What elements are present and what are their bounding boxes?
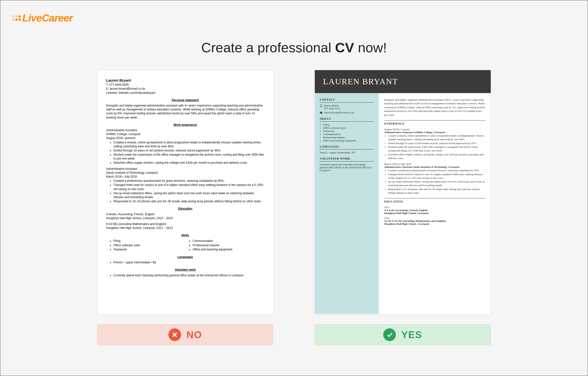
styled-edu1-y: 2015 xyxy=(384,206,485,209)
list-item: Created a preferences questionnaire for … xyxy=(113,179,264,183)
svg-rect-2 xyxy=(320,112,322,114)
styled-job2-dates: March 2016 to July 2018 xyxy=(384,162,485,165)
styled-name: LAUREN BRYANT xyxy=(315,70,491,93)
list-item: Created a preferences questionnaire for … xyxy=(388,169,485,172)
styled-edu2-y: 2013 xyxy=(384,216,485,219)
list-item: Responded to 15–20 phone calls and 20–30… xyxy=(388,187,485,195)
no-label: NO xyxy=(186,329,202,340)
list-item: Office software suite xyxy=(323,126,374,129)
list-item: Sorted through 10 years of old student r… xyxy=(388,141,485,145)
yes-button[interactable]: YES xyxy=(315,324,491,345)
x-icon xyxy=(168,328,181,341)
check-icon xyxy=(383,328,396,341)
yes-label: YES xyxy=(401,329,422,340)
styled-job1-title: Administrative Assistant Griffiths Colle… xyxy=(384,131,445,134)
styled-sec-skills: SKILLS xyxy=(320,117,374,122)
styled-edu1-b: Houghton Hall High School, Liverpool xyxy=(384,212,428,215)
plain-job2-dates: March 2016—July 2018 xyxy=(106,175,264,179)
column-yes: LAUREN BRYANT CONTACT Home/Mobile 077 44… xyxy=(315,70,491,345)
logo-dots-icon xyxy=(12,15,21,21)
styled-sidebar: CONTACT Home/Mobile 077 4444 5555 lauren… xyxy=(315,93,379,314)
logo: LiveCareer xyxy=(12,12,73,24)
plain-linkedin: LinkedIn: linkedin.com/in/laurenbryant xyxy=(106,91,264,95)
heading-post: now! xyxy=(354,40,387,55)
list-item: Communication xyxy=(193,239,264,243)
logo-text: LiveCareer xyxy=(22,12,73,24)
plain-edu1-b: Houghton Hall High School, Liverpool, 20… xyxy=(106,216,264,220)
plain-job1-bullets: Created a shared, online spreadsheet to … xyxy=(113,140,264,165)
styled-email: lauren.bryant@lcmail.co.uk xyxy=(324,111,354,114)
plain-sec-personal: Personal statement xyxy=(106,98,264,102)
email-icon xyxy=(320,111,323,114)
plain-skills-cols: FilingOffice software suiteTeamwork Comm… xyxy=(106,239,264,252)
styled-job2-title: Administrative Assistant Sands Institute… xyxy=(384,165,459,168)
plain-job2-org: Sands Institute of Technology, Liverpool xyxy=(106,171,264,175)
plain-sec-work: Work experience xyxy=(106,123,264,127)
plain-edu2-b: Houghton Hall High School, Liverpool, 20… xyxy=(106,226,264,230)
list-item: Switched office supply vendors, saving t… xyxy=(113,161,264,165)
plain-lang: French – upper intermediate / B2 xyxy=(113,260,264,264)
heading-pre: Create a professional xyxy=(201,40,335,55)
styled-phone-label: Home/Mobile xyxy=(324,104,340,107)
styled-vol: Currently spend each Saturday performing… xyxy=(320,163,374,172)
list-item: Professional manner xyxy=(323,136,374,139)
plain-job2-title: Administrative Assistant xyxy=(106,167,264,171)
list-item: Teamwork xyxy=(113,247,185,251)
plain-vol: Currently spend each Saturday performing… xyxy=(113,273,264,277)
divider xyxy=(384,120,485,120)
plain-personal: Energetic and highly organised administr… xyxy=(106,104,264,119)
styled-job1-dates: August 2018 to Current xyxy=(384,128,485,131)
styled-body: CONTACT Home/Mobile 077 4444 5555 lauren… xyxy=(315,93,491,314)
list-item: Filing xyxy=(113,239,185,243)
plain-job2-bullets: Created a preferences questionnaire for … xyxy=(113,179,264,203)
list-item: Set up email redirection filters, saving… xyxy=(113,191,264,199)
plain-lang-list: French – upper intermediate / B2 xyxy=(113,260,264,264)
no-button[interactable]: NO xyxy=(97,324,273,345)
page-frame: LiveCareer Create a professional CV now!… xyxy=(0,0,588,376)
page-heading: Create a professional CV now! xyxy=(15,40,573,55)
plain-skills-left: FilingOffice software suiteTeamwork xyxy=(113,239,185,252)
list-item: Responded to 15–20 phone calls and 20–30… xyxy=(113,199,264,203)
list-item: Communication xyxy=(323,133,374,136)
styled-edu2-a: GCSE 8 GCSEs (including Mathematics and … xyxy=(384,219,446,222)
list-item: Teamwork xyxy=(323,129,374,132)
plain-email: E: lauren.bryant@lcmail.co.uk xyxy=(106,87,264,91)
plain-job1-org: Griffiths College, Liverpool xyxy=(106,132,264,136)
list-item: Office and teaching equipment xyxy=(193,247,264,251)
styled-sec-exp: EXPERIENCE xyxy=(384,122,485,126)
cv-styled: LAUREN BRYANT CONTACT Home/Mobile 077 44… xyxy=(315,70,491,314)
svg-point-1 xyxy=(321,106,321,107)
list-item: Changed hotel used for visitors to one o… xyxy=(113,183,264,191)
styled-summary: Energetic and highly organised administr… xyxy=(384,98,485,117)
list-item: Filing xyxy=(323,123,374,126)
list-item: Sorted through 10 years of old student r… xyxy=(113,149,264,152)
list-item: Created a shared, online spreadsheet to … xyxy=(113,140,264,148)
list-item: Changed hotel used for visitors to one o… xyxy=(388,172,485,180)
styled-job1-bullets: Created a shared, online spreadsheet to … xyxy=(388,134,485,160)
plain-job1-title: Administrative Assistant xyxy=(106,128,264,132)
divider xyxy=(384,198,485,198)
list-item: Office software suite xyxy=(113,243,185,247)
styled-lang: French – upper intermediate / B2 xyxy=(320,151,374,154)
styled-job2-bullets: Created a preferences questionnaire for … xyxy=(388,169,485,195)
plain-job1-dates: August 2018—present xyxy=(106,136,264,140)
list-item: Created a shared, online spreadsheet to … xyxy=(388,134,485,141)
plain-edu1-a: A-levels: Accounting, French, English xyxy=(106,212,264,216)
list-item: Switched office supply vendors, saving t… xyxy=(388,153,485,160)
phone-icon xyxy=(320,104,323,107)
list-item: Worked under the supervision of the offi… xyxy=(113,153,264,161)
plain-sec-edu: Education xyxy=(106,207,264,211)
styled-main: Energetic and highly organised administr… xyxy=(379,93,491,314)
plain-name: Lauren Bryant xyxy=(106,78,264,83)
cv-comparison: Lauren Bryant T: 077 4444 5555 E: lauren… xyxy=(15,70,573,345)
list-item: Professional manner xyxy=(193,243,264,247)
list-item: Worked under the supervision of the offi… xyxy=(388,145,485,152)
styled-email-row: lauren.bryant@lcmail.co.uk xyxy=(320,111,374,114)
styled-skills: FilingOffice software suiteTeamworkCommu… xyxy=(323,123,374,142)
plain-edu2-a: 8 GCSEs (including Mathematics and Engli… xyxy=(106,222,264,226)
styled-edu2-b: Houghton Hall High School , Liverpool xyxy=(384,222,429,225)
styled-sec-contact: CONTACT xyxy=(320,98,374,103)
plain-sec-skills: Skills xyxy=(106,233,264,237)
plain-vol-list: Currently spend each Saturday performing… xyxy=(113,273,264,277)
plain-sec-vol: Volunteer work xyxy=(106,268,264,272)
